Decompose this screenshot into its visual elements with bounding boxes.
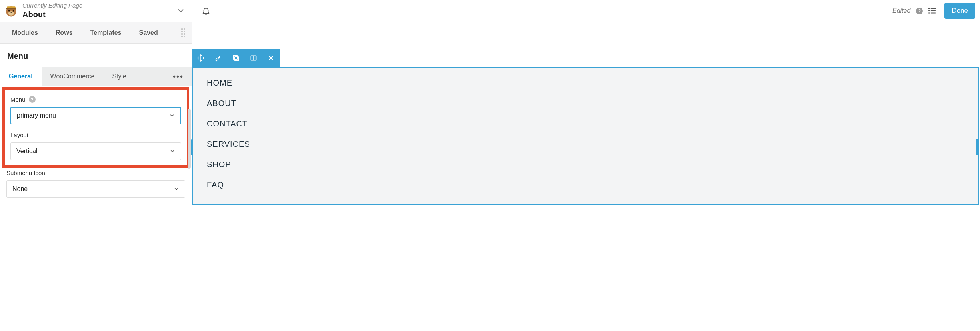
preview-menu-item[interactable]: SHOP: [207, 160, 964, 169]
sidebar-tab-templates[interactable]: Templates: [82, 22, 130, 44]
chevron-down-icon: [170, 148, 175, 154]
menu-select[interactable]: primary menu: [10, 107, 181, 124]
submenu-select-value: None: [12, 185, 28, 193]
svg-point-5: [13, 10, 14, 12]
done-button[interactable]: Done: [944, 3, 975, 19]
duplicate-icon[interactable]: [227, 49, 245, 67]
sidebar-panel: Currently Editing Page About Modules Row…: [0, 0, 192, 212]
beaver-logo-icon: [4, 4, 18, 18]
outline-panel-icon[interactable]: [927, 6, 937, 16]
preview-menu-list: HOME ABOUT CONTACT SERVICES SHOP FAQ: [193, 68, 978, 200]
preview-menu-item[interactable]: HOME: [207, 78, 964, 88]
sidebar-header: Currently Editing Page About: [0, 0, 192, 22]
sidebar-tab-saved[interactable]: Saved: [130, 22, 167, 44]
preview-menu-item[interactable]: CONTACT: [207, 119, 964, 128]
layout-label-text: Layout: [10, 132, 28, 138]
frame-right-handle[interactable]: [976, 139, 979, 155]
chevron-down-icon: [169, 113, 175, 118]
sidebar-tab-rows[interactable]: Rows: [47, 22, 82, 44]
chevron-down-icon: [174, 186, 179, 192]
layout-select[interactable]: Vertical: [10, 142, 181, 160]
submenu-label-text: Submenu Icon: [6, 169, 45, 176]
menu-field-label: Menu ?: [10, 96, 181, 103]
svg-rect-3: [6, 8, 16, 10]
edited-label: Edited: [892, 7, 910, 14]
svg-point-4: [8, 10, 10, 12]
sidebar-tabs: Modules Rows Templates Saved: [0, 22, 192, 44]
layout-select-value: Vertical: [16, 148, 37, 155]
topbar: Edited ? Done: [192, 0, 980, 22]
page-meta: Currently Editing Page About: [22, 2, 172, 20]
close-icon[interactable]: [262, 49, 280, 67]
canvas-area[interactable]: HOME ABOUT CONTACT SERVICES SHOP FAQ: [192, 22, 980, 212]
help-icon[interactable]: ?: [916, 8, 923, 14]
settings-body: Menu ? primary menu Layout Vertical: [0, 86, 192, 211]
module-toolbar: [192, 49, 280, 67]
columns-icon[interactable]: [245, 49, 262, 67]
main-area: Edited ? Done: [192, 0, 980, 212]
sidebar-scrollbar[interactable]: [188, 109, 191, 169]
menu-select-value: primary menu: [17, 112, 56, 119]
tab-general[interactable]: General: [0, 67, 42, 86]
frame-left-handle[interactable]: [191, 139, 193, 155]
tab-woocommerce[interactable]: WooCommerce: [42, 67, 104, 86]
module-settings-tabs: General WooCommerce Style •••: [0, 67, 192, 86]
svg-rect-8: [233, 55, 237, 59]
preview-menu-item[interactable]: SERVICES: [207, 140, 964, 149]
page-dropdown-toggle[interactable]: [176, 6, 185, 15]
svg-point-6: [10, 12, 12, 13]
help-icon[interactable]: ?: [29, 96, 36, 103]
notifications-icon[interactable]: [202, 6, 210, 15]
preview-menu-item[interactable]: FAQ: [207, 180, 964, 189]
drag-handle-icon[interactable]: [181, 28, 188, 37]
highlighted-section: Menu ? primary menu Layout Vertical: [2, 87, 189, 168]
editing-label: Currently Editing Page: [22, 2, 172, 9]
wrench-icon[interactable]: [210, 49, 227, 67]
tab-style[interactable]: Style: [103, 67, 135, 86]
menu-label-text: Menu: [10, 96, 26, 103]
selected-module-frame[interactable]: HOME ABOUT CONTACT SERVICES SHOP FAQ: [192, 67, 979, 205]
tab-more-icon[interactable]: •••: [165, 72, 192, 81]
page-title: About: [22, 9, 172, 20]
module-title: Menu: [0, 44, 192, 67]
sidebar-tab-modules[interactable]: Modules: [3, 22, 47, 44]
submenu-field-label: Submenu Icon: [6, 169, 185, 176]
submenu-select[interactable]: None: [6, 180, 185, 198]
move-icon[interactable]: [192, 49, 210, 67]
submenu-section: Submenu Icon None: [0, 168, 192, 211]
preview-menu-item[interactable]: ABOUT: [207, 99, 964, 108]
svg-rect-7: [235, 57, 239, 61]
layout-field-label: Layout: [10, 132, 181, 138]
